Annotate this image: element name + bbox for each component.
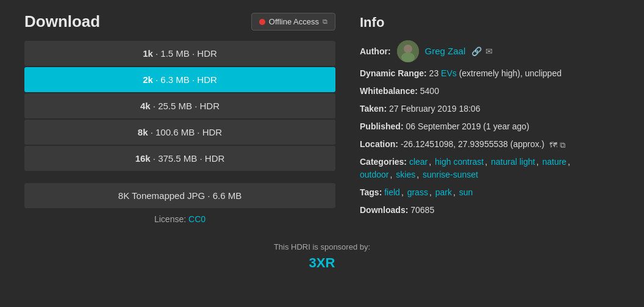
size-key-1k: 1k: [143, 48, 153, 59]
size-details-16k: · 375.5 MB · HDR: [153, 153, 225, 164]
tonemapped-label: 8K Tonemapped JPG · 6.6 MB: [118, 190, 242, 201]
location-row: Location: -26.12451098, 27.93955538 (app…: [360, 138, 620, 151]
tag-grass[interactable]: grass: [407, 187, 428, 197]
info-section: Info Author: Greg Zaal 🔗 ✉ Dynamic Range…: [360, 12, 620, 224]
size-details-4k: · 25.5 MB · HDR: [153, 101, 220, 111]
download-row-tonemapped[interactable]: 8K Tonemapped JPG · 6.6 MB: [24, 183, 335, 208]
location-icon-group: 🗺 ⧉: [549, 139, 565, 151]
license-link[interactable]: CC0: [188, 214, 206, 224]
tag-park[interactable]: park: [435, 187, 452, 197]
taken-label: Taken:: [360, 104, 387, 114]
svg-point-1: [404, 45, 412, 53]
published-value: 06 September 2019 (1 year ago): [406, 121, 529, 131]
download-row-16k[interactable]: 16k · 375.5 MB · HDR: [24, 146, 335, 171]
category-high-contrast[interactable]: high contrast: [435, 157, 484, 167]
category-natural-light[interactable]: natural light: [491, 157, 535, 167]
size-details-8k: · 100.6 MB · HDR: [151, 127, 223, 137]
sponsored-section: This HDRI is sponsored by: 3XR: [0, 242, 644, 271]
downloads-label: Downloads:: [360, 205, 408, 215]
download-row-8k[interactable]: 8k · 100.6 MB · HDR: [24, 120, 335, 145]
whitebalance-value: 5400: [420, 86, 439, 96]
download-title: Download: [24, 12, 100, 31]
location-external-icon[interactable]: ⧉: [560, 139, 565, 151]
dynamic-range-label: Dynamic Range:: [360, 68, 427, 78]
taken-row: Taken: 27 February 2019 18:06: [360, 103, 620, 115]
downloads-row: Downloads: 70685: [360, 204, 620, 217]
category-outdoor[interactable]: outdoor: [360, 170, 388, 179]
external-link-icon: ⧉: [323, 18, 327, 26]
author-icon-group: 🔗 ✉: [471, 45, 493, 58]
category-sunrise-sunset[interactable]: sunrise-sunset: [423, 170, 478, 179]
download-header: Download Offline Access ⧉: [24, 12, 335, 31]
svg-point-2: [401, 52, 415, 62]
published-row: Published: 06 September 2019 (1 year ago…: [360, 120, 620, 133]
download-section: Download Offline Access ⧉ 1k · 1.5 MB · …: [24, 12, 335, 224]
info-title: Info: [360, 15, 620, 31]
published-label: Published:: [360, 121, 404, 131]
license-line: License: CC0: [24, 214, 335, 224]
categories-label: Categories:: [360, 157, 407, 167]
downloads-value: 70685: [410, 205, 434, 215]
avatar-image: [397, 40, 419, 62]
download-row-2k[interactable]: 2k · 6.3 MB · HDR: [24, 67, 335, 92]
author-mail-icon[interactable]: ✉: [485, 45, 493, 58]
category-nature[interactable]: nature: [542, 157, 567, 167]
author-label: Author:: [360, 45, 391, 58]
tag-field[interactable]: field: [384, 187, 400, 197]
download-options-list: 1k · 1.5 MB · HDR 2k · 6.3 MB · HDR 4k ·…: [24, 41, 335, 171]
author-row: Author: Greg Zaal 🔗 ✉: [360, 40, 620, 62]
sponsored-label: This HDRI is sponsored by:: [274, 242, 370, 251]
size-details-2k: · 6.3 MB · HDR: [156, 74, 217, 85]
categories-row: Categories: clear, high contrast, natura…: [360, 156, 620, 181]
author-link-icon[interactable]: 🔗: [471, 45, 482, 58]
map-icon[interactable]: 🗺: [549, 139, 557, 151]
whitebalance-row: Whitebalance: 5400: [360, 85, 620, 98]
offline-access-label: Offline Access: [269, 17, 319, 26]
size-details-1k: · 1.5 MB · HDR: [156, 48, 217, 59]
license-label: License:: [154, 214, 186, 224]
offline-access-button[interactable]: Offline Access ⧉: [251, 13, 335, 31]
author-avatar: [397, 40, 419, 62]
location-value: -26.12451098, 27.93955538 (approx.): [401, 139, 545, 149]
download-row-1k[interactable]: 1k · 1.5 MB · HDR: [24, 41, 335, 66]
category-skies[interactable]: skies: [396, 170, 415, 179]
taken-value: 27 February 2019 18:06: [389, 104, 480, 114]
dynamic-range-unit: EVs: [441, 68, 457, 78]
size-key-8k: 8k: [138, 127, 148, 137]
size-key-4k: 4k: [140, 101, 151, 111]
sponsored-brand-link[interactable]: 3XR: [309, 255, 335, 271]
offline-dot-icon: [259, 19, 265, 25]
author-name[interactable]: Greg Zaal: [425, 45, 466, 59]
tags-label: Tags:: [360, 187, 382, 197]
dynamic-range-value: 23: [429, 68, 441, 78]
category-clear[interactable]: clear: [409, 157, 428, 167]
dynamic-range-row: Dynamic Range: 23 EVs (extremely high), …: [360, 67, 620, 80]
download-row-4k[interactable]: 4k · 25.5 MB · HDR: [24, 93, 335, 118]
location-label: Location:: [360, 139, 398, 149]
whitebalance-label: Whitebalance:: [360, 86, 418, 96]
dynamic-range-desc: (extremely high), unclipped: [459, 68, 562, 78]
size-key-2k: 2k: [143, 74, 153, 85]
tags-list: field, grass, park, sun: [384, 187, 473, 197]
tag-sun[interactable]: sun: [459, 187, 473, 197]
size-key-16k: 16k: [135, 153, 151, 164]
tags-row: Tags: field, grass, park, sun: [360, 186, 620, 199]
